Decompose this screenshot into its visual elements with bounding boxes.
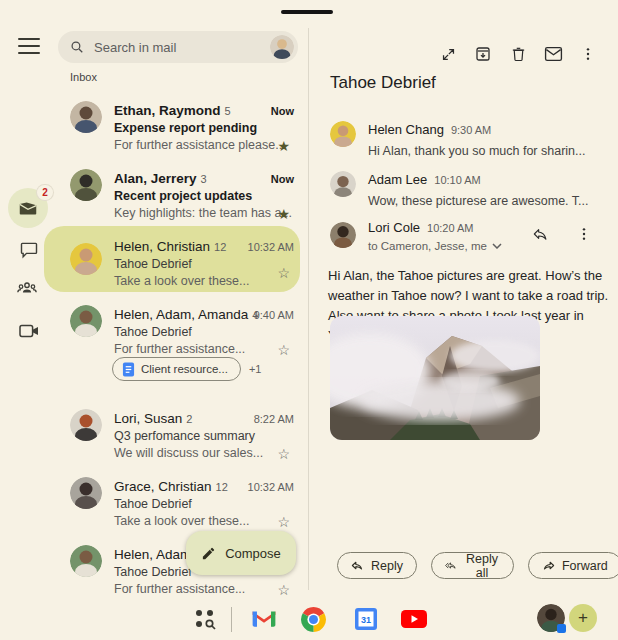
mail-row[interactable]: Grace, Christian12 Tahoe Debrief Take a …: [44, 473, 300, 537]
snippet: For further assistance...: [114, 582, 264, 596]
archive-button[interactable]: [473, 44, 493, 64]
search-bar[interactable]: [58, 31, 298, 63]
star-filled-icon[interactable]: ★: [277, 207, 290, 221]
more-options-button[interactable]: [578, 44, 598, 64]
avatar[interactable]: [70, 305, 102, 337]
star-outline-icon[interactable]: ☆: [277, 343, 290, 357]
star-outline-icon[interactable]: ☆: [277, 266, 290, 280]
archive-icon: [474, 45, 492, 63]
message-sender: Lori Cole: [368, 220, 420, 235]
mail-row[interactable]: Helen, Adam, Amanda4 Tahoe Debrief For f…: [44, 301, 300, 393]
taskbar-youtube-button[interactable]: [400, 605, 428, 633]
time: 10:32 AM: [248, 241, 294, 253]
message-sender: Adam Lee: [368, 172, 427, 187]
open-in-full-button[interactable]: [438, 44, 458, 64]
avatar[interactable]: [70, 169, 102, 201]
delete-button[interactable]: [508, 44, 528, 64]
recipients: to Cameron, Jesse, me: [368, 240, 487, 252]
message-collapsed[interactable]: Adam Lee10:10 AM Wow, these picturese ar…: [330, 170, 600, 208]
snippet: For further assistance please...: [114, 138, 264, 152]
reply-button-icon[interactable]: [530, 224, 550, 244]
search-input[interactable]: [94, 40, 270, 55]
video-camera-icon: [18, 322, 40, 340]
panel-divider: [308, 28, 309, 590]
svg-text:31: 31: [361, 615, 371, 625]
chrome-icon: [300, 606, 327, 633]
message-actions: [530, 224, 594, 244]
message-snippet: Hi Alan, thank you so much for sharin...: [368, 144, 600, 158]
time: 10:32 AM: [248, 481, 294, 493]
youtube-icon: [400, 609, 428, 629]
more-vert-icon: [580, 45, 596, 63]
reply-button[interactable]: Reply: [337, 552, 417, 579]
star-filled-icon[interactable]: ★: [277, 139, 290, 153]
account-avatar[interactable]: [270, 35, 294, 59]
avatar[interactable]: [70, 243, 102, 275]
message-more-button[interactable]: [574, 224, 594, 244]
taskbar-plus-button[interactable]: +: [569, 604, 597, 632]
thread-count: 12: [216, 481, 228, 493]
subject: Q3 perfomance summary: [114, 429, 264, 443]
taskbar-divider: [231, 607, 232, 632]
calendar-icon: 31: [354, 607, 378, 631]
yosemite-photo[interactable]: [330, 316, 540, 440]
message-collapsed[interactable]: Helen Chang9:30 AM Hi Alan, thank you so…: [330, 120, 600, 158]
sidebar-item-spaces[interactable]: [15, 276, 39, 300]
forward-label: Forward: [562, 559, 608, 573]
compose-label: Compose: [225, 546, 281, 561]
thread-toolbar: [438, 44, 598, 64]
taskbar-profile-avatar[interactable]: [537, 604, 565, 632]
avatar[interactable]: [70, 101, 102, 133]
reply-all-button[interactable]: Reply all: [431, 552, 514, 579]
more-vert-icon: [576, 225, 592, 243]
avatar[interactable]: [70, 477, 102, 509]
taskbar-calendar-button[interactable]: 31: [352, 605, 380, 633]
avatar[interactable]: [70, 409, 102, 441]
avatar[interactable]: [70, 545, 102, 577]
time: Now: [271, 173, 294, 185]
groups-icon: [15, 277, 39, 299]
attachment-chip[interactable]: Client resource...: [112, 357, 241, 381]
message-sender: Helen Chang: [368, 122, 444, 137]
sidebar-item-meet[interactable]: [17, 319, 41, 343]
mark-unread-button[interactable]: [543, 44, 563, 64]
mail-row[interactable]: Alan, Jerrery3 Recent project updates Ke…: [44, 165, 300, 229]
thread-count: 5: [225, 105, 231, 117]
sender: Alan, Jerrery: [114, 171, 197, 186]
doc-icon: [122, 362, 135, 377]
subject: Recent project updates: [114, 189, 264, 203]
star-outline-icon[interactable]: ☆: [277, 583, 290, 597]
menu-icon[interactable]: [18, 38, 40, 54]
window-drag-handle[interactable]: [281, 10, 333, 14]
forward-icon: [542, 560, 555, 571]
mail-row-selected[interactable]: Helen, Christian12 Tahoe Debrief Take a …: [44, 226, 300, 292]
reply-label: Reply: [371, 559, 403, 573]
subject: Tahoe Debrief: [114, 257, 264, 271]
avatar: [330, 121, 356, 147]
envelope-icon: [544, 46, 563, 62]
sender: Lori, Susan: [114, 411, 182, 426]
taskbar-gmail-button[interactable]: [250, 605, 278, 633]
message-time: 10:20 AM: [427, 222, 473, 234]
time: 9:40 AM: [254, 309, 294, 321]
attachment-label: Client resource...: [141, 363, 228, 375]
sender: Helen, Adam, Amanda: [114, 307, 248, 322]
app-grid-search-button[interactable]: [191, 605, 219, 633]
star-outline-icon[interactable]: ☆: [277, 447, 290, 461]
thread-count: 3: [201, 173, 207, 185]
sidebar-item-mail[interactable]: 2: [8, 188, 48, 228]
message-time: 9:30 AM: [451, 124, 491, 136]
sender: Grace, Christian: [114, 479, 212, 494]
reply-icon: [531, 226, 549, 242]
mail-row[interactable]: Lori, Susan2 Q3 perfomance summary We wi…: [44, 405, 300, 469]
sidebar-item-chat[interactable]: [17, 238, 41, 262]
snippet: We will discuss our sales...: [114, 446, 264, 460]
star-outline-icon[interactable]: ☆: [277, 515, 290, 529]
mail-row[interactable]: Ethan, Raymond5 Expense report pending F…: [44, 97, 300, 161]
list-section-label: Inbox: [70, 71, 97, 83]
snippet: For further assistance...: [114, 342, 264, 356]
forward-button[interactable]: Forward: [528, 552, 618, 579]
avatar: [330, 222, 356, 248]
compose-button[interactable]: Compose: [186, 531, 296, 575]
taskbar-chrome-button[interactable]: [299, 605, 327, 633]
